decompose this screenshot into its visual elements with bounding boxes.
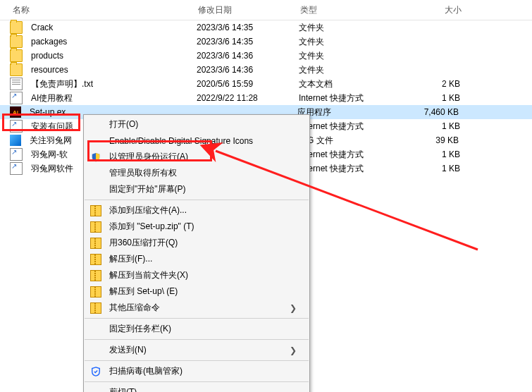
menu-cut[interactable]: 剪切(T) [84, 384, 309, 392]
file-date: 2020/5/6 15:59 [192, 79, 295, 89]
file-size: 2 KB [404, 79, 495, 89]
file-size: 1 KB [404, 164, 495, 173]
file-type: 文本文档 [295, 78, 404, 90]
file-type: 文件夹 [295, 50, 404, 62]
menu-separator [85, 318, 309, 319]
menu-run-as-admin[interactable]: 以管理员身份运行(A) [84, 149, 309, 165]
archive-icon [89, 270, 102, 281]
folder-icon [10, 35, 23, 48]
menu-separator [85, 360, 309, 361]
file-date: 2023/3/6 14:36 [192, 51, 295, 61]
file-size: 39 KB [402, 135, 494, 145]
archive-icon [89, 254, 102, 265]
menu-add-to-archive[interactable]: 添加到压缩文件(A)... [84, 202, 309, 219]
file-name: 【免责声明】.txt [27, 78, 192, 90]
menu-scan-virus[interactable]: 扫描病毒(电脑管家) [84, 363, 309, 379]
file-row[interactable]: products2023/3/6 14:36文件夹 [0, 49, 532, 63]
file-row[interactable]: Crack2023/3/6 14:35文件夹 [0, 20, 532, 35]
file-date: 2022/9/22 11:28 [192, 93, 295, 103]
archive-icon [89, 205, 102, 216]
file-type: 文件夹 [295, 36, 404, 48]
menu-signature-icons[interactable]: Enable/Disable Digital Signature Icons [84, 133, 309, 149]
menu-extract-to-setup[interactable]: 解压到 Set-up\ (E) [84, 283, 309, 300]
menu-admin-ownership[interactable]: 管理员取得所有权 [84, 165, 309, 181]
explorer-window: { "header": {"name":"名称","date":"修改日期","… [0, 0, 532, 392]
file-type: Internet 快捷方式 [295, 149, 404, 161]
file-name: products [27, 51, 192, 61]
menu-extract-to[interactable]: 解压到(F)... [84, 251, 309, 267]
col-date[interactable]: 修改日期 [194, 4, 296, 16]
file-name: AI使用教程 [27, 92, 192, 104]
file-type: 文件夹 [295, 64, 404, 76]
archive-icon [89, 238, 102, 249]
menu-send-to[interactable]: 发送到(N)❯ [84, 342, 309, 358]
file-date: 2023/3/6 14:35 [192, 23, 295, 32]
menu-pin-to-taskbar[interactable]: 固定到任务栏(K) [84, 321, 309, 337]
file-name: packages [27, 37, 192, 47]
column-header-row: 名称 修改日期 类型 大小 [0, 0, 532, 20]
file-date: 2023/3/6 14:36 [192, 65, 295, 75]
folder-icon [10, 49, 23, 62]
folder-icon [10, 21, 23, 34]
folder-icon [10, 63, 23, 76]
menu-separator [85, 381, 309, 382]
file-name: resources [27, 65, 192, 75]
menu-open-with-360[interactable]: 用360压缩打开(Q) [84, 235, 309, 251]
col-size[interactable]: 大小 [405, 4, 497, 16]
file-row[interactable]: packages2023/3/6 14:35文件夹 [0, 35, 532, 49]
menu-open[interactable]: 打开(O) [84, 116, 309, 133]
link-icon [10, 92, 23, 104]
file-type: Internet 快捷方式 [295, 121, 404, 133]
file-type: Internet 快捷方式 [295, 163, 404, 175]
submenu-arrow-icon: ❯ [290, 303, 297, 313]
file-size: 1 KB [404, 93, 495, 103]
menu-pin-to-start[interactable]: 固定到"开始"屏幕(P) [84, 181, 309, 197]
scan-icon [89, 366, 102, 377]
menu-other-zip[interactable]: 其他压缩命令❯ [84, 300, 309, 316]
col-name[interactable]: 名称 [0, 4, 194, 16]
context-menu: 打开(O) Enable/Disable Digital Signature I… [83, 114, 310, 392]
file-type: Internet 快捷方式 [295, 92, 404, 104]
shield-icon [89, 152, 102, 163]
file-row[interactable]: 【免责声明】.txt2020/5/6 15:59文本文档2 KB [0, 77, 532, 91]
file-name: Crack [27, 23, 192, 32]
menu-extract-here[interactable]: 解压到当前文件夹(X) [84, 267, 309, 283]
menu-separator [85, 339, 309, 340]
txt-icon [10, 78, 23, 90]
submenu-arrow-icon: ❯ [290, 345, 297, 355]
menu-add-to-setup-zip[interactable]: 添加到 "Set-up.zip" (T) [84, 219, 309, 235]
archive-icon [89, 302, 102, 314]
col-type[interactable]: 类型 [296, 4, 405, 16]
link-icon [10, 120, 23, 133]
file-type: 文件夹 [295, 22, 404, 34]
archive-icon [89, 286, 102, 298]
file-size: 1 KB [404, 121, 495, 131]
file-row[interactable]: resources2023/3/6 14:36文件夹 [0, 63, 532, 77]
file-date: 2023/3/6 14:35 [192, 37, 295, 47]
file-size: 7,460 KB [402, 107, 494, 117]
file-row[interactable]: AI使用教程2022/9/22 11:28Internet 快捷方式1 KB [0, 91, 532, 105]
link-icon [10, 148, 23, 161]
jpg-icon [10, 135, 21, 146]
file-size: 1 KB [404, 149, 495, 159]
archive-icon [89, 221, 102, 233]
menu-separator [85, 200, 309, 200]
link-icon [10, 162, 23, 175]
ai-icon: Ai [10, 106, 21, 118]
